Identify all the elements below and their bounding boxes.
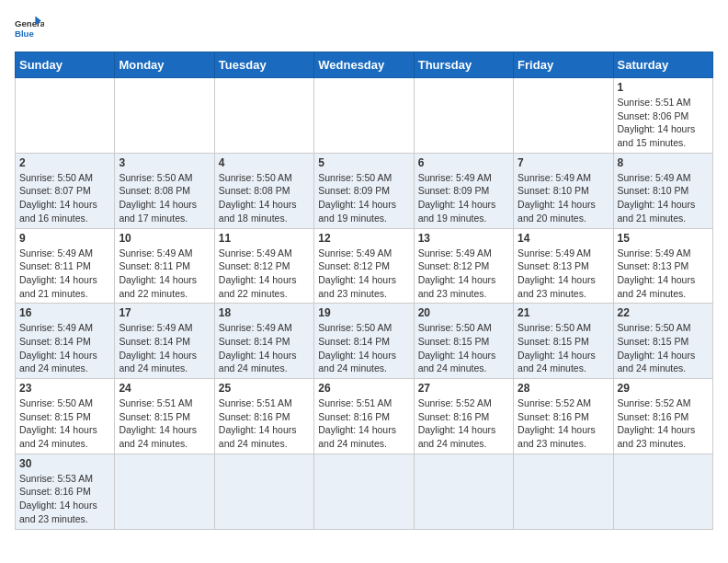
calendar-week-row: 9Sunrise: 5:49 AM Sunset: 8:11 PM Daylig…	[16, 228, 713, 304]
calendar-week-row: 2Sunrise: 5:50 AM Sunset: 8:07 PM Daylig…	[16, 153, 713, 228]
calendar-cell: 12Sunrise: 5:49 AM Sunset: 8:12 PM Dayli…	[314, 228, 414, 304]
day-info: Sunrise: 5:51 AM Sunset: 8:06 PM Dayligh…	[618, 96, 709, 150]
day-number: 5	[318, 156, 409, 169]
day-number: 22	[618, 306, 709, 319]
calendar-cell	[214, 454, 313, 529]
calendar-cell	[16, 78, 115, 154]
day-number: 6	[418, 156, 509, 169]
day-info: Sunrise: 5:49 AM Sunset: 8:11 PM Dayligh…	[119, 247, 210, 301]
day-info: Sunrise: 5:49 AM Sunset: 8:10 PM Dayligh…	[618, 171, 709, 225]
day-number: 17	[119, 306, 210, 319]
calendar-cell: 7Sunrise: 5:49 AM Sunset: 8:10 PM Daylig…	[514, 153, 613, 228]
day-info: Sunrise: 5:49 AM Sunset: 8:13 PM Dayligh…	[518, 247, 609, 301]
calendar-cell: 25Sunrise: 5:51 AM Sunset: 8:16 PM Dayli…	[214, 379, 313, 454]
day-number: 18	[219, 306, 310, 319]
day-info: Sunrise: 5:49 AM Sunset: 8:11 PM Dayligh…	[19, 247, 110, 301]
day-info: Sunrise: 5:53 AM Sunset: 8:16 PM Dayligh…	[19, 472, 110, 526]
day-number: 2	[19, 156, 110, 169]
calendar-cell: 4Sunrise: 5:50 AM Sunset: 8:08 PM Daylig…	[214, 153, 313, 228]
calendar-header-row: SundayMondayTuesdayWednesdayThursdayFrid…	[16, 52, 713, 78]
day-info: Sunrise: 5:50 AM Sunset: 8:09 PM Dayligh…	[318, 171, 409, 225]
calendar-cell: 10Sunrise: 5:49 AM Sunset: 8:11 PM Dayli…	[115, 228, 214, 304]
calendar-cell: 2Sunrise: 5:50 AM Sunset: 8:07 PM Daylig…	[16, 153, 115, 228]
day-info: Sunrise: 5:50 AM Sunset: 8:15 PM Dayligh…	[418, 321, 509, 375]
calendar-cell	[214, 78, 313, 154]
calendar-cell: 26Sunrise: 5:51 AM Sunset: 8:16 PM Dayli…	[314, 379, 414, 454]
day-number: 14	[518, 232, 609, 245]
day-number: 29	[618, 382, 709, 395]
calendar-cell	[514, 78, 613, 154]
day-number: 26	[318, 382, 409, 395]
day-info: Sunrise: 5:50 AM Sunset: 8:08 PM Dayligh…	[219, 171, 310, 225]
calendar-cell: 9Sunrise: 5:49 AM Sunset: 8:11 PM Daylig…	[16, 228, 115, 304]
calendar-header-tuesday: Tuesday	[214, 52, 313, 78]
calendar-cell: 24Sunrise: 5:51 AM Sunset: 8:15 PM Dayli…	[115, 379, 214, 454]
day-info: Sunrise: 5:51 AM Sunset: 8:16 PM Dayligh…	[219, 396, 310, 451]
calendar-cell: 17Sunrise: 5:49 AM Sunset: 8:14 PM Dayli…	[115, 304, 214, 379]
calendar-cell: 23Sunrise: 5:50 AM Sunset: 8:15 PM Dayli…	[16, 379, 115, 454]
day-info: Sunrise: 5:52 AM Sunset: 8:16 PM Dayligh…	[418, 396, 509, 451]
day-info: Sunrise: 5:50 AM Sunset: 8:14 PM Dayligh…	[318, 321, 409, 375]
calendar-cell: 27Sunrise: 5:52 AM Sunset: 8:16 PM Dayli…	[414, 379, 513, 454]
day-number: 3	[119, 156, 210, 169]
calendar-cell	[414, 78, 513, 154]
calendar-cell	[314, 78, 414, 154]
calendar-cell: 20Sunrise: 5:50 AM Sunset: 8:15 PM Dayli…	[414, 304, 513, 379]
day-info: Sunrise: 5:51 AM Sunset: 8:15 PM Dayligh…	[119, 396, 210, 451]
day-number: 15	[618, 232, 709, 245]
calendar-cell: 14Sunrise: 5:49 AM Sunset: 8:13 PM Dayli…	[514, 228, 613, 304]
calendar-cell	[115, 78, 214, 154]
calendar-cell	[613, 454, 712, 529]
calendar-header-monday: Monday	[115, 52, 214, 78]
day-number: 13	[418, 232, 509, 245]
calendar-cell: 29Sunrise: 5:52 AM Sunset: 8:16 PM Dayli…	[613, 379, 712, 454]
day-number: 21	[518, 306, 609, 319]
day-number: 10	[119, 232, 210, 245]
calendar-cell: 21Sunrise: 5:50 AM Sunset: 8:15 PM Dayli…	[514, 304, 613, 379]
day-info: Sunrise: 5:49 AM Sunset: 8:10 PM Dayligh…	[518, 171, 609, 225]
day-number: 25	[219, 382, 310, 395]
day-number: 9	[19, 232, 110, 245]
day-info: Sunrise: 5:50 AM Sunset: 8:15 PM Dayligh…	[518, 321, 609, 375]
day-info: Sunrise: 5:49 AM Sunset: 8:12 PM Dayligh…	[219, 247, 310, 301]
day-number: 30	[19, 457, 110, 470]
calendar-header-thursday: Thursday	[414, 52, 513, 78]
day-info: Sunrise: 5:49 AM Sunset: 8:14 PM Dayligh…	[119, 321, 210, 375]
calendar-week-row: 16Sunrise: 5:49 AM Sunset: 8:14 PM Dayli…	[16, 304, 713, 379]
day-number: 24	[119, 382, 210, 395]
day-number: 23	[19, 382, 110, 395]
day-number: 11	[219, 232, 310, 245]
calendar-week-row: 23Sunrise: 5:50 AM Sunset: 8:15 PM Dayli…	[16, 379, 713, 454]
calendar-header-wednesday: Wednesday	[314, 52, 414, 78]
calendar-week-row: 1Sunrise: 5:51 AM Sunset: 8:06 PM Daylig…	[16, 78, 713, 154]
calendar-cell: 15Sunrise: 5:49 AM Sunset: 8:13 PM Dayli…	[613, 228, 712, 304]
calendar-cell: 6Sunrise: 5:49 AM Sunset: 8:09 PM Daylig…	[414, 153, 513, 228]
day-number: 8	[618, 156, 709, 169]
calendar-cell: 13Sunrise: 5:49 AM Sunset: 8:12 PM Dayli…	[414, 228, 513, 304]
day-info: Sunrise: 5:49 AM Sunset: 8:14 PM Dayligh…	[19, 321, 110, 375]
day-info: Sunrise: 5:50 AM Sunset: 8:07 PM Dayligh…	[19, 171, 110, 225]
calendar-week-row: 30Sunrise: 5:53 AM Sunset: 8:16 PM Dayli…	[16, 454, 713, 529]
calendar-cell: 28Sunrise: 5:52 AM Sunset: 8:16 PM Dayli…	[514, 379, 613, 454]
day-info: Sunrise: 5:49 AM Sunset: 8:14 PM Dayligh…	[219, 321, 310, 375]
calendar-cell	[314, 454, 414, 529]
day-number: 27	[418, 382, 509, 395]
svg-text:Blue: Blue	[15, 29, 34, 39]
calendar-cell	[414, 454, 513, 529]
calendar-cell: 19Sunrise: 5:50 AM Sunset: 8:14 PM Dayli…	[314, 304, 414, 379]
day-info: Sunrise: 5:49 AM Sunset: 8:12 PM Dayligh…	[318, 247, 409, 301]
calendar-cell	[115, 454, 214, 529]
calendar-cell: 30Sunrise: 5:53 AM Sunset: 8:16 PM Dayli…	[16, 454, 115, 529]
calendar-header-sunday: Sunday	[16, 52, 115, 78]
day-info: Sunrise: 5:50 AM Sunset: 8:08 PM Dayligh…	[119, 171, 210, 225]
day-info: Sunrise: 5:51 AM Sunset: 8:16 PM Dayligh…	[318, 396, 409, 451]
page-header: GeneralBlue	[15, 15, 713, 44]
calendar-table: SundayMondayTuesdayWednesdayThursdayFrid…	[15, 52, 713, 530]
calendar-cell: 22Sunrise: 5:50 AM Sunset: 8:15 PM Dayli…	[613, 304, 712, 379]
day-info: Sunrise: 5:49 AM Sunset: 8:12 PM Dayligh…	[418, 247, 509, 301]
day-info: Sunrise: 5:49 AM Sunset: 8:09 PM Dayligh…	[418, 171, 509, 225]
generalblue-logo-icon: GeneralBlue	[15, 15, 44, 44]
day-number: 1	[618, 81, 709, 94]
calendar-cell: 18Sunrise: 5:49 AM Sunset: 8:14 PM Dayli…	[214, 304, 313, 379]
calendar-cell: 11Sunrise: 5:49 AM Sunset: 8:12 PM Dayli…	[214, 228, 313, 304]
